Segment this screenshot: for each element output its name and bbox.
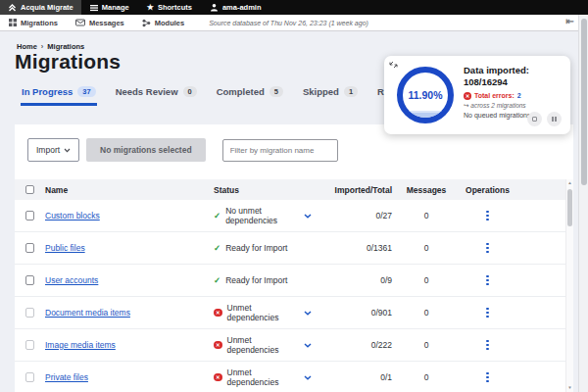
toolbar-collapse-icon[interactable]: ⇤ bbox=[566, 16, 574, 26]
admin-toolbar: Acquia Migrate Manage ★ Shortcuts ama-ad… bbox=[0, 0, 588, 15]
across-migrations-text: across 2 migrations bbox=[470, 102, 525, 109]
toolbar-item-acquia-migrate[interactable]: Acquia Migrate bbox=[0, 0, 81, 15]
tab-skipped[interactable]: Skipped 1 bbox=[302, 84, 359, 106]
scroll-down-icon[interactable]: ▼ bbox=[566, 384, 573, 392]
imported-total-value: 0/1 bbox=[312, 372, 392, 382]
header-messages: Messages bbox=[392, 185, 461, 195]
table-row: Private files ✕ Unmet dependencies 0/1 0 bbox=[15, 362, 565, 392]
tab-needs-review[interactable]: Needs Review 0 bbox=[115, 84, 198, 106]
collapse-card-icon[interactable] bbox=[389, 61, 398, 70]
toolbar-item-messages[interactable]: Messages bbox=[67, 19, 133, 27]
migrations-label: Migrations bbox=[21, 19, 58, 27]
tab-in-progress[interactable]: In Progress 37 bbox=[21, 84, 97, 106]
operations-menu-button[interactable] bbox=[484, 209, 490, 222]
modules-icon bbox=[142, 19, 151, 27]
migration-name-link[interactable]: Image media items bbox=[45, 340, 116, 350]
migration-name-link[interactable]: User accounts bbox=[45, 275, 98, 285]
toolbar-item-shortcuts[interactable]: ★ Shortcuts bbox=[138, 0, 201, 15]
row-checkbox[interactable] bbox=[25, 308, 35, 318]
user-label: ama-admin bbox=[222, 3, 262, 12]
expand-chevron-icon[interactable] bbox=[304, 343, 312, 348]
row-checkbox[interactable] bbox=[25, 275, 35, 285]
row-checkbox[interactable] bbox=[25, 243, 35, 253]
error-icon: ✕ bbox=[464, 92, 471, 100]
shortcuts-label: Shortcuts bbox=[158, 3, 192, 12]
progress-percent: 11.90% bbox=[408, 89, 442, 101]
total-errors-link[interactable]: 2 bbox=[517, 92, 521, 99]
status-text: Ready for Import bbox=[225, 243, 287, 253]
progress-ring: 11.90% bbox=[397, 67, 454, 123]
toolbar-item-migrations[interactable]: Migrations bbox=[0, 19, 67, 27]
migration-name-link[interactable]: Document media items bbox=[45, 308, 130, 318]
tab-count-badge: 37 bbox=[77, 86, 95, 97]
tab-label: In Progress bbox=[22, 86, 73, 97]
expand-chevron-icon[interactable] bbox=[304, 311, 312, 316]
progress-fill bbox=[403, 111, 448, 118]
stop-icon bbox=[532, 117, 537, 122]
page-scrollbar bbox=[578, 15, 588, 392]
select-all-checkbox[interactable] bbox=[25, 185, 35, 195]
row-checkbox[interactable] bbox=[25, 211, 35, 220]
scroll-up-icon[interactable]: ▲ bbox=[566, 179, 573, 187]
stop-button[interactable] bbox=[527, 112, 542, 126]
toolbar-item-modules[interactable]: Modules bbox=[133, 19, 193, 27]
migration-name-link[interactable]: Public files bbox=[45, 243, 85, 253]
check-icon: ✓ bbox=[214, 211, 220, 220]
table-row: Custom blocks ✓ No unmet dependencies 0/… bbox=[15, 200, 565, 232]
tab-count-badge: 1 bbox=[344, 86, 358, 97]
status-text: Unmet dependencies bbox=[227, 303, 295, 322]
error-icon: ✕ bbox=[214, 309, 222, 318]
messages-count: 0 bbox=[392, 275, 461, 285]
page-scrollbar-thumb[interactable] bbox=[581, 19, 587, 185]
expand-chevron-icon[interactable] bbox=[304, 375, 312, 380]
operations-menu-button[interactable] bbox=[484, 241, 490, 255]
imported-total-value: 0/27 bbox=[312, 211, 392, 220]
tab-count-badge: 5 bbox=[270, 86, 283, 97]
table-scrollbar-thumb[interactable] bbox=[567, 189, 572, 226]
status-text: Unmet dependencies bbox=[227, 368, 295, 387]
migration-name-link[interactable]: Private files bbox=[45, 372, 88, 382]
status-text: Ready for Import bbox=[225, 275, 287, 285]
source-database-note: Source database of Thu Nov 26, 23:23 (1 … bbox=[209, 20, 368, 26]
migration-name-link[interactable]: Custom blocks bbox=[45, 211, 100, 220]
progress-ring-inner: 11.90% bbox=[403, 73, 448, 118]
tab-completed[interactable]: Completed 5 bbox=[216, 84, 284, 106]
operations-menu-button[interactable] bbox=[484, 338, 490, 352]
messages-count: 0 bbox=[392, 211, 461, 220]
chevron-down-icon bbox=[64, 148, 71, 153]
expand-chevron-icon[interactable] bbox=[304, 214, 312, 219]
table-scrollbar: ▲ ▼ bbox=[565, 179, 573, 392]
error-icon: ✕ bbox=[214, 341, 222, 350]
tab-label: Completed bbox=[217, 86, 265, 97]
header-operations: Operations bbox=[461, 185, 514, 195]
messages-label: Messages bbox=[89, 19, 124, 27]
messages-count: 0 bbox=[392, 372, 461, 382]
branch-arrow-icon: ↪ bbox=[464, 102, 468, 109]
migrations-panel: Import No migrations selected Name Statu… bbox=[15, 124, 573, 392]
row-checkbox[interactable] bbox=[25, 340, 35, 350]
migrations-table: Name Status Imported/Total Messages Oper… bbox=[15, 179, 565, 392]
table-row: User accounts ✓ Ready for Import 0/9 0 bbox=[15, 265, 565, 297]
check-icon: ✓ bbox=[214, 275, 220, 285]
modules-label: Modules bbox=[155, 19, 184, 27]
migration-tabs: In Progress 37 Needs Review 0 Completed … bbox=[21, 84, 432, 106]
filter-input[interactable] bbox=[222, 139, 338, 162]
operations-menu-button[interactable] bbox=[484, 306, 490, 319]
messages-count: 0 bbox=[392, 308, 461, 318]
toolbar-item-user[interactable]: ama-admin bbox=[201, 0, 270, 15]
selection-status-button[interactable]: No migrations selected bbox=[86, 138, 206, 162]
data-imported-label: Data imported: bbox=[464, 65, 564, 76]
toolbar-item-manage[interactable]: Manage bbox=[81, 0, 138, 15]
operations-menu-button[interactable] bbox=[484, 370, 490, 384]
tab-label: Skipped bbox=[303, 86, 339, 97]
data-imported-count: 108/16294 bbox=[464, 76, 564, 88]
pause-button[interactable] bbox=[547, 112, 562, 126]
import-dropdown-button[interactable]: Import bbox=[27, 138, 79, 162]
operations-menu-button[interactable] bbox=[484, 273, 490, 287]
status-text: Unmet dependencies bbox=[227, 335, 295, 355]
table-row: Image media items ✕ Unmet dependencies 0… bbox=[15, 329, 565, 362]
total-errors-label: Total errors: bbox=[474, 92, 514, 99]
row-checkbox[interactable] bbox=[25, 372, 35, 382]
status-text: No unmet dependencies bbox=[225, 206, 294, 225]
table-body: Custom blocks ✓ No unmet dependencies 0/… bbox=[15, 200, 565, 392]
